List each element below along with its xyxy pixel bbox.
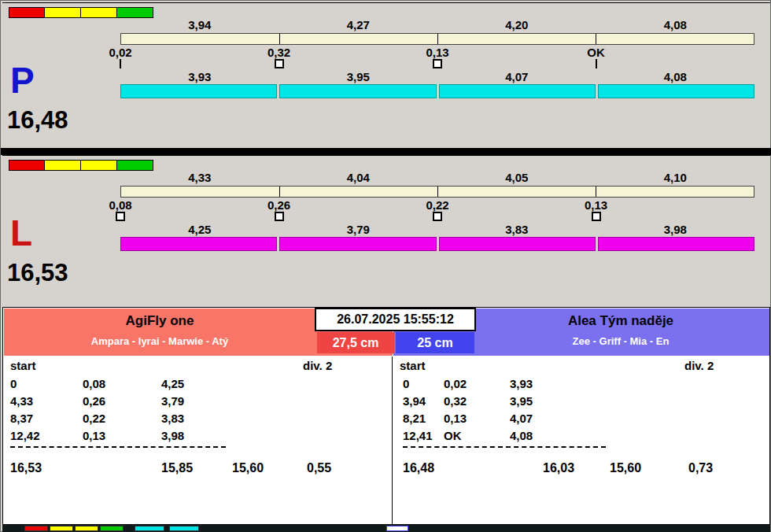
results-table-left: start div. 2 0 0,08 4,25 4,33 0,26 3,79 … (4, 357, 393, 524)
change-time: 0,26 (267, 198, 290, 212)
cell-change: 0,32 (444, 394, 467, 408)
change-entry: 0,13 (406, 46, 469, 59)
change-marker-icon (120, 59, 121, 68)
lane-letter-p: P (10, 61, 35, 99)
net-time: 16,03 (543, 461, 574, 475)
cell-split: 3,93 (510, 377, 533, 390)
change-entry: 0,08 (89, 198, 152, 212)
run-segment (120, 84, 277, 98)
split-time: 3,98 (596, 223, 755, 236)
lane-divider (1, 148, 771, 155)
cell-split: 4,25 (161, 377, 184, 390)
lane-p-total-time: 16,48 (7, 107, 68, 134)
flyball-timing-window: 3,94 4,27 4,20 4,08 0,02 0,32 0,13 (0, 0, 771, 532)
net-time: 15,85 (161, 461, 193, 475)
lane-l-progress-track (120, 186, 754, 198)
best-time: 15,60 (610, 461, 641, 475)
run-segment (120, 237, 277, 251)
mini-cyan-mark (135, 526, 164, 531)
lane-letter-l: L (10, 214, 32, 252)
cell-start: 12,42 (10, 429, 40, 442)
split-time: 4,33 (120, 171, 279, 184)
jump-height-left: 27,5 cm (317, 332, 394, 353)
change-entry: 0,26 (248, 198, 311, 212)
change-time: 0,13 (426, 46, 448, 59)
change-time: 0,22 (426, 198, 448, 212)
cell-change: 0,13 (444, 412, 467, 425)
start-lights (9, 160, 153, 171)
cell-split: 4,07 (510, 412, 533, 425)
cell-start: 0 (10, 377, 17, 390)
cell-start: 12,41 (403, 429, 433, 442)
change-time: 0,32 (267, 46, 290, 59)
track-divider (437, 34, 438, 44)
cell-change: OK (444, 429, 462, 442)
best-time: 15,60 (232, 461, 264, 475)
cell-start: 8,37 (10, 412, 33, 425)
mini-light-green-icon (100, 526, 124, 531)
lane-l-change-times: 0,08 0,26 0,22 0,13 (120, 198, 754, 225)
cell-change: 0,22 (83, 412, 105, 425)
division-label: div. 2 (303, 359, 332, 372)
cell-change: 0,08 (83, 377, 105, 390)
mini-cyan-mark (169, 526, 199, 531)
change-entry: OK (565, 46, 628, 59)
change-entry: 0,22 (406, 198, 469, 212)
division-label: div. 2 (684, 359, 714, 372)
split-time: 4,04 (279, 171, 438, 184)
lane-l-bottom-split-labels: 4,25 3,79 3,83 3,98 (120, 223, 754, 236)
track-divider (279, 187, 280, 197)
start-lights (9, 7, 153, 18)
split-time: 4,20 (437, 18, 596, 31)
cell-change: 0,02 (444, 377, 467, 390)
team-members-right: Zee - Griff - Mia - En (474, 335, 768, 347)
track-divider (437, 187, 438, 197)
change-time: 0,13 (585, 198, 607, 212)
start-light-yellow2-icon (81, 160, 117, 171)
cell-change: 0,13 (83, 429, 105, 442)
start-light-yellow1-icon (45, 7, 81, 18)
change-marker-icon (433, 212, 442, 221)
split-time: 4,25 (120, 223, 279, 236)
jump-height-right: 25 cm (396, 332, 474, 353)
lane-panel-p: 3,94 4,27 4,20 4,08 0,02 0,32 0,13 (2, 2, 770, 148)
change-marker-icon (275, 59, 284, 68)
lane-p-bottom-split-labels: 3,93 3,95 4,07 4,08 (120, 70, 754, 83)
table-row: 8,21 0,13 4,07 (393, 412, 769, 427)
run-segment (279, 84, 436, 98)
cell-split: 3,95 (510, 394, 533, 408)
results-table-right: start div. 2 0 0,02 3,93 3,94 0,32 3,95 … (393, 357, 769, 524)
split-time: 4,27 (279, 18, 438, 31)
team-name-right: Alea Tým naděje (474, 308, 768, 329)
change-marker-icon (433, 59, 442, 68)
change-marker-icon (116, 212, 125, 221)
split-time: 3,79 (279, 223, 438, 236)
change-time: OK (587, 46, 605, 59)
cell-split: 4,08 (510, 429, 533, 442)
split-time: 4,10 (596, 171, 755, 184)
cell-start: 8,21 (403, 412, 426, 425)
cell-split: 3,79 (161, 394, 184, 408)
change-entry: 0,32 (248, 46, 311, 59)
table-row: 3,94 0,32 3,95 (393, 394, 769, 410)
totals-separator (10, 446, 226, 448)
lane-l-total-time: 16,53 (7, 260, 68, 286)
split-time: 4,05 (437, 171, 596, 184)
start-light-yellow2-icon (81, 7, 117, 18)
cell-start: 0 (403, 377, 409, 390)
run-segment (439, 237, 596, 251)
lane-l-run-bar (120, 237, 754, 251)
bottom-cutoff-strip (2, 525, 770, 532)
change-marker-icon (596, 59, 597, 68)
start-light-green-icon (117, 160, 153, 171)
team-members-left: Ampara - lyrai - Marwie - Atý (4, 335, 315, 347)
diff-time: 0,55 (307, 461, 331, 475)
table-row: 0 0,08 4,25 (4, 377, 392, 393)
cell-change: 0,26 (83, 394, 105, 408)
lane-p-top-split-labels: 3,94 4,27 4,20 4,08 (120, 18, 754, 31)
results-panel: AgiFly one Ampara - lyrai - Marwie - Atý… (2, 307, 770, 525)
lane-l-top-split-labels: 4,33 4,04 4,05 4,10 (120, 171, 754, 184)
track-divider (596, 187, 596, 197)
change-time: 0,08 (109, 198, 131, 212)
split-time: 3,93 (120, 70, 279, 83)
